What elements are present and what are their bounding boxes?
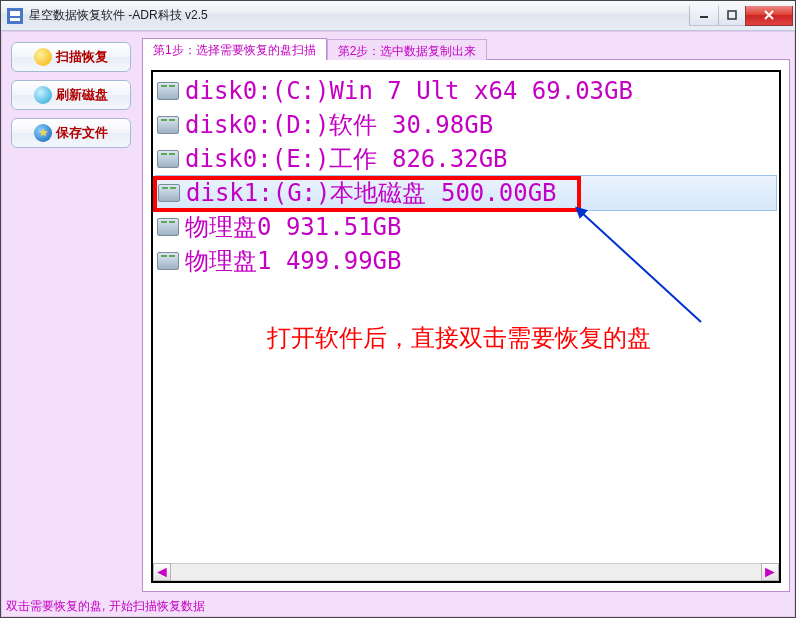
upper-area: 扫描恢复 刷新磁盘 保存文件 第1步：选择需要恢复的盘扫描 第2步：选中数据复制… xyxy=(2,32,794,596)
disk-icon xyxy=(158,184,180,202)
disk-icon xyxy=(157,82,179,100)
tab-step1-label: 第1步：选择需要恢复的盘扫描 xyxy=(153,43,316,57)
scan-recover-button[interactable]: 扫描恢复 xyxy=(11,42,131,72)
horizontal-scrollbar[interactable]: ◄ ► xyxy=(153,563,779,581)
status-bar: 双击需要恢复的盘, 开始扫描恢复数据 xyxy=(2,596,794,616)
scroll-right-button[interactable]: ► xyxy=(761,563,779,581)
annotation-text: 打开软件后，直接双击需要恢复的盘 xyxy=(267,322,651,354)
window-controls xyxy=(690,6,793,26)
save-files-button[interactable]: 保存文件 xyxy=(11,118,131,148)
disk-icon xyxy=(157,252,179,270)
tab-step2-label: 第2步：选中数据复制出来 xyxy=(338,44,477,58)
right-panel: 第1步：选择需要恢复的盘扫描 第2步：选中数据复制出来 disk0:(C:)Wi… xyxy=(142,38,790,592)
refresh-icon xyxy=(34,86,52,104)
disk-row[interactable]: 物理盘0 931.51GB xyxy=(155,210,777,244)
tab-step2[interactable]: 第2步：选中数据复制出来 xyxy=(327,39,488,60)
titlebar: 星空数据恢复软件 -ADR科技 v2.5 xyxy=(1,1,795,31)
disk-row[interactable]: disk1:(G:)本地磁盘 500.00GB xyxy=(155,175,777,211)
disk-text: disk0:(D:)软件 30.98GB xyxy=(185,108,493,142)
window-title: 星空数据恢复软件 -ADR科技 v2.5 xyxy=(29,7,208,24)
save-label: 保存文件 xyxy=(56,124,108,142)
disk-list[interactable]: disk0:(C:)Win 7 Ult x64 69.03GBdisk0:(D:… xyxy=(153,72,779,278)
client-area: 扫描恢复 刷新磁盘 保存文件 第1步：选择需要恢复的盘扫描 第2步：选中数据复制… xyxy=(1,31,795,617)
save-icon xyxy=(34,124,52,142)
refresh-label: 刷新磁盘 xyxy=(56,86,108,104)
scan-label: 扫描恢复 xyxy=(56,48,108,66)
tab-step1[interactable]: 第1步：选择需要恢复的盘扫描 xyxy=(142,38,327,60)
status-text: 双击需要恢复的盘, 开始扫描恢复数据 xyxy=(6,599,205,613)
disk-text: 物理盘1 499.99GB xyxy=(185,244,402,278)
disk-text: disk0:(C:)Win 7 Ult x64 69.03GB xyxy=(185,74,633,108)
disk-icon xyxy=(157,150,179,168)
maximize-button[interactable] xyxy=(718,6,746,26)
close-button[interactable] xyxy=(745,6,793,26)
scroll-track[interactable] xyxy=(171,563,761,581)
disk-icon xyxy=(157,116,179,134)
tabs: 第1步：选择需要恢复的盘扫描 第2步：选中数据复制出来 xyxy=(142,38,790,60)
disk-text: 物理盘0 931.51GB xyxy=(185,210,402,244)
scroll-left-button[interactable]: ◄ xyxy=(153,563,171,581)
disk-icon xyxy=(157,218,179,236)
disk-row[interactable]: 物理盘1 499.99GB xyxy=(155,244,777,278)
disk-list-container: disk0:(C:)Win 7 Ult x64 69.03GBdisk0:(D:… xyxy=(151,70,781,583)
refresh-disks-button[interactable]: 刷新磁盘 xyxy=(11,80,131,110)
disk-row[interactable]: disk0:(D:)软件 30.98GB xyxy=(155,108,777,142)
scan-icon xyxy=(34,48,52,66)
disk-text: disk0:(E:)工作 826.32GB xyxy=(185,142,508,176)
panel-step1: disk0:(C:)Win 7 Ult x64 69.03GBdisk0:(D:… xyxy=(142,59,790,592)
app-icon xyxy=(7,8,23,24)
sidebar: 扫描恢复 刷新磁盘 保存文件 xyxy=(6,38,136,592)
disk-row[interactable]: disk0:(C:)Win 7 Ult x64 69.03GB xyxy=(155,74,777,108)
svg-rect-1 xyxy=(728,11,736,19)
disk-row[interactable]: disk0:(E:)工作 826.32GB xyxy=(155,142,777,176)
minimize-button[interactable] xyxy=(689,6,719,26)
disk-text: disk1:(G:)本地磁盘 500.00GB xyxy=(186,176,557,210)
